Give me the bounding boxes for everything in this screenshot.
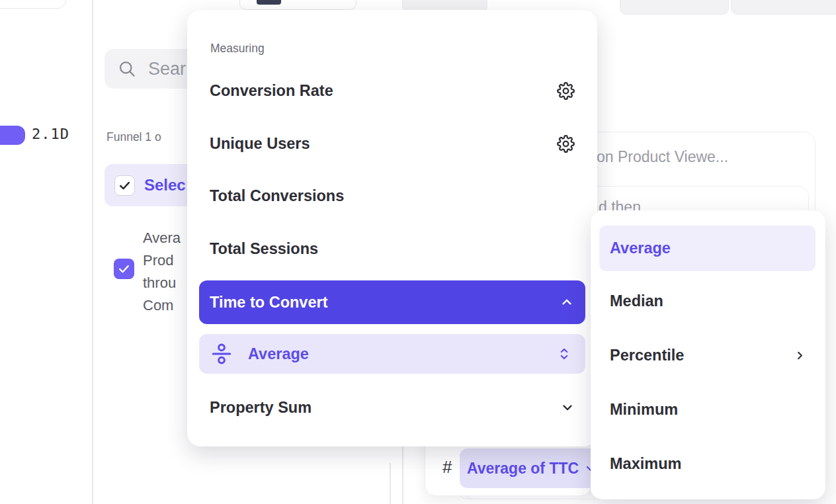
- metric-chip-dropdown[interactable]: Average of TTC: [460, 448, 600, 488]
- select-all-checkbox[interactable]: [114, 175, 135, 196]
- top-left-card-fragment: [0, 0, 66, 9]
- menu-item-total-sessions[interactable]: Total Sessions: [187, 231, 597, 267]
- metric-checkbox[interactable]: [114, 259, 134, 279]
- average-icon: [210, 342, 233, 366]
- left-column-divider: [92, 0, 93, 504]
- metric-description-line: Prod: [143, 249, 181, 272]
- menu-item-property-sum[interactable]: Property Sum: [187, 390, 597, 425]
- checkmark-icon: [118, 179, 131, 192]
- funnel-builder-screen: 2.1D Sear Funnel 1 o Selec Avera Prod th…: [0, 0, 836, 504]
- menu-subitem-ttc-aggregation[interactable]: Average: [199, 334, 585, 374]
- chevron-down-icon: [560, 400, 575, 415]
- funnel-counter-label: Funnel 1 o: [106, 130, 161, 144]
- menu-item-label: Conversion Rate: [210, 82, 333, 100]
- menu-item-label: Unique Users: [210, 135, 310, 153]
- agg-item-label: Maximum: [610, 455, 681, 473]
- agg-item-percentile[interactable]: Percentile: [591, 337, 825, 374]
- select-all-label: Selec: [144, 176, 186, 194]
- metric-description-line: throu: [143, 272, 181, 294]
- search-icon: [118, 60, 136, 78]
- metric-description-line: Com: [143, 294, 181, 317]
- menu-item-label: Total Conversions: [210, 187, 344, 205]
- numeric-type-symbol: #: [442, 457, 452, 478]
- agg-item-maximum[interactable]: Maximum: [591, 445, 825, 482]
- checkmark-icon: [118, 263, 130, 275]
- top-tab-fragment-c: [731, 0, 836, 15]
- measuring-menu: Measuring Conversion Rate Unique Users T…: [187, 10, 597, 446]
- menu-item-label: Property Sum: [210, 399, 312, 417]
- menu-item-unique-users[interactable]: Unique Users: [187, 126, 597, 161]
- funnel-bar-fragment: [0, 126, 25, 145]
- chevron-up-down-icon: [558, 346, 571, 362]
- measuring-menu-title: Measuring: [210, 42, 265, 56]
- agg-item-minimum[interactable]: Minimum: [591, 391, 825, 428]
- funnel-duration-label: 2.1D: [32, 126, 69, 142]
- agg-item-label: Percentile: [610, 347, 684, 364]
- top-toolbar-toggle-fragment: [257, 0, 281, 5]
- gear-icon[interactable]: [557, 82, 575, 100]
- menu-item-total-conversions[interactable]: Total Conversions: [187, 178, 597, 214]
- agg-item-median[interactable]: Median: [591, 282, 825, 319]
- agg-item-label: Average: [610, 239, 671, 257]
- agg-item-label: Median: [610, 292, 663, 310]
- chevron-up-icon: [560, 295, 574, 310]
- agg-item-label: Minimum: [610, 401, 678, 419]
- aggregation-menu: Average Median Percentile Minimum Maximu…: [591, 210, 825, 499]
- chevron-right-icon: [794, 349, 806, 362]
- menu-subitem-label: Average: [248, 345, 558, 363]
- agg-item-average[interactable]: Average: [599, 226, 815, 271]
- menu-item-time-to-convert[interactable]: Time to Convert: [199, 280, 585, 324]
- metric-description: Avera Prod throu Com: [143, 227, 181, 317]
- search-placeholder: Sear: [148, 59, 186, 79]
- metric-chip-label: Average of TTC: [467, 460, 579, 478]
- menu-item-label: Total Sessions: [210, 240, 318, 258]
- top-tab-fragment-b: [620, 0, 729, 15]
- metric-description-line: Avera: [143, 227, 181, 249]
- menu-item-conversion-rate[interactable]: Conversion Rate: [187, 73, 597, 108]
- step-event-label: on Product Viewe...: [597, 148, 728, 166]
- menu-item-label: Time to Convert: [210, 294, 327, 312]
- bottom-gutter-divider-right: [402, 445, 403, 504]
- gear-icon[interactable]: [557, 135, 575, 153]
- bottom-gutter-divider-left: [390, 463, 391, 504]
